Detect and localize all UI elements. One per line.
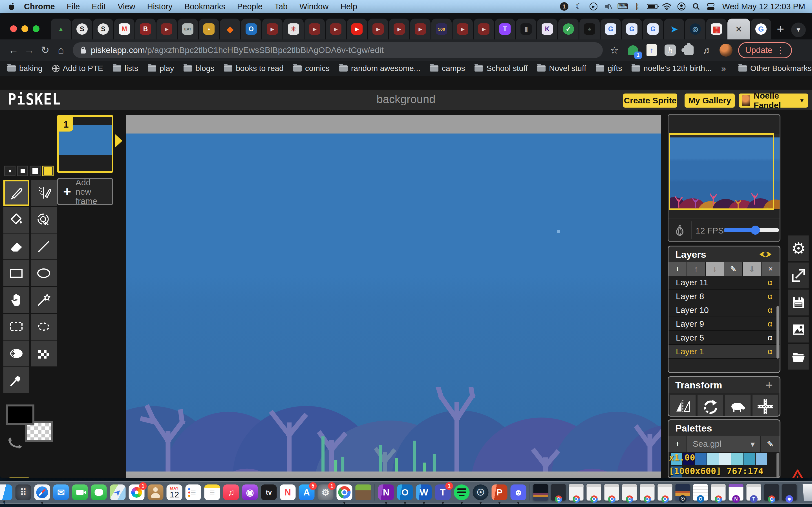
alpha-toggle[interactable]: α xyxy=(768,333,772,342)
dock-spotify[interactable] xyxy=(454,485,470,500)
dock-facetime[interactable] xyxy=(72,485,88,500)
settings-button[interactable]: ⚙ xyxy=(788,235,809,262)
tab-piskel-active[interactable]: ✕ xyxy=(727,18,750,40)
menu-chrome[interactable]: Chrome xyxy=(18,2,61,11)
bookmark-novel-stuff[interactable]: Novel stuff xyxy=(537,64,586,73)
notification-badge-icon[interactable]: 1 xyxy=(559,2,569,11)
pen-size-2[interactable] xyxy=(17,166,28,176)
spotlight-search-icon[interactable] xyxy=(691,2,702,11)
bookmark-books-to-read[interactable]: books to read xyxy=(224,64,284,73)
minimized-window[interactable] xyxy=(534,484,548,501)
dock-word[interactable]: W xyxy=(416,485,432,500)
apple-logo-icon[interactable] xyxy=(8,2,15,11)
pinned-tab-b[interactable]: B xyxy=(135,18,156,40)
dock-contacts[interactable] xyxy=(148,485,163,500)
bookmark-star-icon[interactable]: ☆ xyxy=(608,44,621,57)
pinned-tab-wiki[interactable]: S xyxy=(72,18,92,40)
reload-button[interactable]: ↻ xyxy=(37,42,53,58)
chat-extension-icon[interactable]: 1 xyxy=(626,44,640,57)
pinned-tab-outlook[interactable]: O xyxy=(241,18,261,40)
layer-visibility-eye-icon[interactable] xyxy=(758,249,773,259)
bookmark-school-stuff[interactable]: School stuff xyxy=(474,64,527,73)
bookmark-gifts[interactable]: gifts xyxy=(596,64,622,73)
keyboard-shortcuts-icon[interactable] xyxy=(8,477,30,478)
minimized-window[interactable] xyxy=(622,484,637,501)
pinned-tab-youtube-bright[interactable]: ▶ xyxy=(347,18,367,40)
alpha-toggle[interactable]: α xyxy=(768,292,772,301)
alpha-toggle[interactable]: α xyxy=(768,305,772,315)
pinned-tab-google-drive[interactable]: ▲ xyxy=(51,18,71,40)
dock-maps[interactable]: ➤ xyxy=(110,485,126,500)
drawing-canvas[interactable] xyxy=(126,115,661,478)
pinned-tab-wiki[interactable]: S xyxy=(93,18,113,40)
dock-onenote[interactable]: N xyxy=(378,485,394,500)
trash[interactable] xyxy=(802,484,812,501)
frame-1-thumbnail[interactable]: 1 xyxy=(57,115,113,173)
dock-mail[interactable]: ✉ xyxy=(53,485,69,500)
open-button[interactable] xyxy=(788,344,809,370)
close-tab-icon[interactable]: ✕ xyxy=(735,24,742,34)
pinned-tab-video[interactable]: ▮ xyxy=(516,18,536,40)
pinned-tab-snowflake[interactable]: ✳ xyxy=(283,18,304,40)
pinned-tab-youtube[interactable]: ▶ xyxy=(389,18,409,40)
tool-rectangle[interactable] xyxy=(3,260,29,286)
flip-tool-button[interactable] xyxy=(670,395,696,416)
layer-row-8[interactable]: Layer 8α xyxy=(668,290,779,303)
dock-chrome[interactable] xyxy=(337,485,352,500)
tab-search-chevron-button[interactable]: ▼ xyxy=(791,22,806,37)
palette-color[interactable] xyxy=(695,453,707,465)
my-gallery-button[interactable]: My Gallery xyxy=(684,94,735,108)
pinned-tab-youtube[interactable]: ▶ xyxy=(305,18,325,40)
fps-slider-thumb[interactable] xyxy=(751,226,760,235)
dock-notes[interactable]: ≡ xyxy=(204,485,220,500)
alpha-toggle[interactable]: α xyxy=(768,347,772,356)
minimized-window[interactable] xyxy=(587,484,601,501)
minimized-window[interactable]: N xyxy=(729,484,744,501)
palette-color[interactable] xyxy=(744,453,755,465)
profile-avatar[interactable] xyxy=(719,44,732,57)
rotate-tool-button[interactable] xyxy=(698,395,723,416)
layer-row-10[interactable]: Layer 10α xyxy=(668,303,779,317)
mute-icon[interactable] xyxy=(603,2,613,11)
bookmark-baking[interactable]: baking xyxy=(7,64,43,73)
bookmark-add-to-pte[interactable]: Add to PTE xyxy=(52,64,103,73)
bookmark-lists[interactable]: lists xyxy=(113,64,138,73)
tool-magic-wand[interactable] xyxy=(31,287,57,313)
palette-color[interactable] xyxy=(719,453,731,465)
dock-launchpad[interactable]: ⠿ xyxy=(15,485,31,500)
pinned-tab-classroom[interactable]: G xyxy=(601,18,621,40)
merge-layer-button[interactable]: ⇓ xyxy=(743,262,761,276)
dock-teams[interactable]: T1 xyxy=(435,485,451,500)
tool-eraser[interactable] xyxy=(3,233,29,260)
minimized-window[interactable] xyxy=(569,484,583,501)
menubar-clock[interactable]: Wed May 12 12:03 PM xyxy=(720,2,805,11)
tool-lasso-selection[interactable] xyxy=(31,314,57,340)
alpha-toggle[interactable]: α xyxy=(768,278,772,287)
layer-row-9[interactable]: Layer 9α xyxy=(668,317,779,331)
play-status-icon[interactable]: ▶ xyxy=(588,2,599,11)
dock-reminders[interactable]: ≡ xyxy=(186,485,201,500)
close-window-button[interactable] xyxy=(10,25,17,32)
bookmark-random-awesome[interactable]: random awesome... xyxy=(339,64,420,73)
pinned-tab-bulb[interactable]: ● xyxy=(199,18,219,40)
tool-colorswap[interactable] xyxy=(31,207,57,233)
move-layer-up-button[interactable]: ↑ xyxy=(687,262,705,276)
menu-help[interactable]: Help xyxy=(335,2,363,11)
dock-finder[interactable] xyxy=(0,485,12,500)
pinned-tab-youtube[interactable]: ▶ xyxy=(474,18,494,40)
menu-view[interactable]: View xyxy=(112,2,141,11)
bluetooth-icon[interactable]: ᛒ xyxy=(632,2,643,11)
dock-safari[interactable] xyxy=(35,485,50,500)
dock-calendar[interactable]: MAY12 xyxy=(167,485,183,500)
create-palette-button[interactable]: + xyxy=(668,436,687,452)
pinned-tab-classroom[interactable]: G xyxy=(622,18,642,40)
resize-button[interactable] xyxy=(788,263,809,288)
dock-minecraft[interactable] xyxy=(356,485,371,500)
pinned-tab-grid[interactable]: ▦ xyxy=(706,18,726,40)
tool-paint-bucket[interactable] xyxy=(3,207,29,233)
zoom-window-button[interactable] xyxy=(33,25,40,32)
new-tab-button[interactable]: + xyxy=(772,18,789,40)
other-bookmarks[interactable]: Other Bookmarks xyxy=(739,64,812,73)
dock-steam[interactable]: ☉ xyxy=(473,485,489,500)
menu-edit[interactable]: Edit xyxy=(86,2,112,11)
